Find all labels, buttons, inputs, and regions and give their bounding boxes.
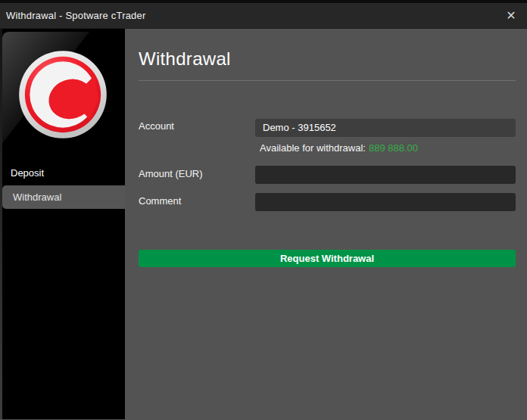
request-withdrawal-button[interactable]: Request Withdrawal bbox=[139, 250, 516, 267]
account-value: Demo - 3915652 bbox=[263, 122, 336, 133]
ctrader-logo-icon bbox=[18, 50, 108, 139]
available-amount: 889 888.00 bbox=[369, 142, 418, 154]
dialog-body: Deposit Withdrawal Withdrawal Account De… bbox=[0, 29, 527, 419]
sidebar-item-label: Withdrawal bbox=[13, 191, 61, 203]
sidebar-nav: Deposit Withdrawal bbox=[0, 161, 125, 209]
close-icon[interactable]: ✕ bbox=[503, 8, 519, 24]
amount-label: Amount (EUR) bbox=[139, 168, 203, 179]
title-bar: Withdrawal - Spotware cTrader ✕ bbox=[0, 3, 527, 29]
sidebar-item-label: Deposit bbox=[11, 167, 44, 179]
ctrader-logo-tile bbox=[2, 32, 123, 160]
available-for-withdrawal: Available for withdrawal:889 888.00 bbox=[260, 142, 418, 154]
page-title: Withdrawal bbox=[139, 48, 231, 70]
main-panel: Withdrawal Account Demo - 3915652 Availa… bbox=[125, 29, 527, 419]
heading-divider bbox=[139, 80, 516, 81]
sidebar-item-withdrawal[interactable]: Withdrawal bbox=[2, 185, 125, 209]
account-label: Account bbox=[139, 120, 174, 132]
comment-input[interactable] bbox=[255, 193, 516, 211]
available-label: Available for withdrawal: bbox=[260, 142, 366, 154]
sidebar-item-deposit[interactable]: Deposit bbox=[0, 161, 125, 185]
window-title: Withdrawal - Spotware cTrader bbox=[6, 10, 503, 21]
account-select[interactable]: Demo - 3915652 bbox=[255, 119, 516, 137]
sidebar: Deposit Withdrawal bbox=[0, 29, 125, 419]
comment-label: Comment bbox=[139, 195, 181, 207]
amount-input[interactable] bbox=[255, 166, 516, 184]
